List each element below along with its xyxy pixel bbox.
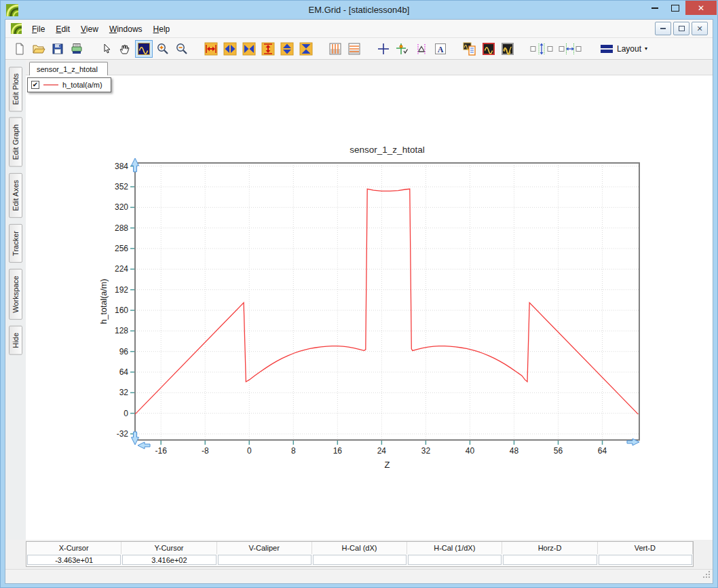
toolbar-text-label-button[interactable]: A — [432, 40, 449, 58]
tab-sensor-1-z-htotal[interactable]: sensor_1_z_htotal — [29, 62, 108, 76]
svg-text:64: 64 — [119, 367, 129, 377]
menu-item-windows[interactable]: Windows — [104, 22, 148, 37]
readout-header-row: X-CursorY-CursorV-CaliperH-Cal (dX)H-Cal… — [26, 542, 693, 554]
svg-text:64: 64 — [598, 446, 607, 456]
svg-text:40: 40 — [466, 446, 475, 456]
readout-value-2 — [218, 555, 311, 565]
toolbar-zoom-in-button[interactable] — [154, 40, 172, 58]
open-file-icon — [32, 42, 45, 56]
series-line-0 — [135, 189, 638, 414]
window-controls: ✕ — [645, 1, 717, 15]
toolbar-shrink-y-button[interactable] — [297, 40, 315, 58]
toolbar-stretch-x-button[interactable] — [221, 40, 239, 58]
chevron-down-icon: ▾ — [645, 45, 647, 52]
legend-box[interactable]: ✔ h_total(a/m) — [27, 77, 111, 92]
application-window: EM.Grid - [staticlesson4b] ✕ FileEditVie… — [0, 0, 718, 588]
print-icon — [70, 42, 83, 56]
svg-text:-16: -16 — [155, 446, 168, 456]
mdi-restore-icon — [679, 26, 685, 31]
toolbar-select-cursor-button[interactable] — [97, 40, 115, 58]
chart-title: sensor_1_z_htotal — [349, 145, 424, 155]
plot-border — [135, 163, 639, 440]
svg-text:384: 384 — [115, 162, 128, 171]
new-document-icon — [13, 42, 26, 56]
readout-value-row: -3.463e+013.416e+02 — [26, 554, 693, 566]
toolbar-plot-properties-button[interactable] — [461, 40, 478, 58]
toolbar-edit-multi-plot-button[interactable] — [499, 40, 516, 58]
sidebar-tab-workspace[interactable]: Workspace — [9, 269, 22, 320]
sidebar-tab-hide[interactable]: Hide — [9, 326, 22, 355]
fit-view-icon — [137, 42, 151, 56]
pan-hand-icon — [118, 42, 132, 56]
sidebar-tab-edit-axes[interactable]: Edit Axes — [9, 173, 22, 218]
toolbar-horizontal-grid-button[interactable] — [345, 40, 363, 58]
menu-item-view[interactable]: View — [75, 22, 104, 37]
toolbar-zoom-out-button[interactable] — [173, 40, 191, 58]
text-label-icon: A — [434, 42, 447, 56]
toolbar-expand-y-button[interactable] — [259, 40, 277, 58]
toolbar-open-file-button[interactable] — [30, 40, 48, 58]
legend-label: h_total(a/m) — [62, 81, 102, 89]
sidebar-tab-edit-graph[interactable]: Edit Graph — [9, 117, 22, 167]
toolbar-crosshair-cursor-button[interactable] — [375, 40, 392, 58]
toolbar-tracker-button[interactable] — [394, 40, 411, 58]
svg-text:A: A — [438, 44, 444, 54]
toolbar-horizontal-distance-button[interactable] — [556, 40, 584, 58]
close-button[interactable]: ✕ — [685, 1, 717, 15]
toolbar-shrink-x-button[interactable] — [240, 40, 258, 58]
sidebar-tab-edit-plots[interactable]: Edit Plots — [9, 67, 22, 111]
vertical-grid-icon — [328, 42, 342, 56]
titlebar[interactable]: EM.Grid - [staticlesson4b] ✕ — [1, 1, 717, 19]
zoom-out-icon — [175, 42, 189, 56]
expand-y-icon — [261, 42, 275, 56]
toolbar: ALayout▾ — [5, 38, 713, 60]
svg-text:16: 16 — [333, 446, 343, 456]
menu-item-file[interactable]: File — [26, 22, 50, 37]
stretch-x-icon — [223, 42, 237, 56]
toolbar-vertical-grid-button[interactable] — [326, 40, 344, 58]
plot-canvas[interactable]: ✔ h_total(a/m) -16-808162432404856643843… — [26, 75, 713, 540]
menu-item-help[interactable]: Help — [148, 22, 176, 37]
svg-text:320: 320 — [115, 202, 128, 212]
toolbar-save-file-button[interactable] — [49, 40, 67, 58]
readout-value-5 — [503, 555, 597, 565]
crosshair-cursor-icon — [377, 42, 390, 56]
content-area: sensor_1_z_htotal ✔ h_total(a/m) -16-808… — [26, 60, 713, 540]
tick-labels: -16-808162432404856643843523202882562241… — [115, 162, 607, 456]
save-file-icon — [51, 42, 64, 56]
chart[interactable]: -16-808162432404856643843523202882562241… — [96, 140, 659, 479]
resize-grip[interactable] — [703, 570, 711, 582]
axis-pan-arrows[interactable] — [132, 158, 640, 449]
select-cursor-icon — [99, 42, 113, 56]
readout-col-h-cal-1-dx-: H-Cal (1/dX) — [407, 542, 502, 554]
toolbar-layout-button[interactable]: Layout▾ — [595, 40, 652, 58]
menu-items: FileEditViewWindowsHelp — [26, 22, 175, 35]
toolbar-edit-plot-button[interactable] — [480, 40, 497, 58]
mdi-minimize-button[interactable] — [655, 22, 671, 35]
legend-checkbox[interactable]: ✔ — [31, 81, 39, 89]
sidebar-tab-tracker[interactable]: Tracker — [9, 224, 22, 263]
readout-col-v-caliper: V-Caliper — [217, 542, 312, 554]
svg-text:288: 288 — [115, 223, 128, 233]
toolbar-caliper-button[interactable] — [413, 40, 430, 58]
svg-text:-32: -32 — [117, 429, 129, 439]
svg-text:-8: -8 — [202, 446, 209, 456]
pan-up-arrow-icon — [132, 158, 139, 172]
mdi-restore-button[interactable] — [673, 22, 689, 35]
mdi-close-button[interactable]: ✕ — [692, 22, 708, 35]
minimize-button[interactable] — [645, 1, 665, 15]
legend-line-sample — [43, 84, 58, 86]
toolbar-vertical-distance-button[interactable] — [528, 40, 555, 58]
svg-text:96: 96 — [119, 347, 129, 356]
menu-item-edit[interactable]: Edit — [50, 22, 75, 37]
toolbar-new-document-button[interactable] — [11, 40, 29, 58]
svg-text:256: 256 — [115, 244, 128, 253]
toolbar-pan-hand-button[interactable] — [116, 40, 134, 58]
toolbar-print-button[interactable] — [68, 40, 86, 58]
svg-text:0: 0 — [124, 409, 128, 418]
toolbar-fit-view-button[interactable] — [135, 40, 153, 58]
toolbar-expand-x-button[interactable] — [202, 40, 220, 58]
toolbar-stretch-y-button[interactable] — [278, 40, 296, 58]
layout-icon — [600, 43, 613, 54]
maximize-button[interactable] — [665, 1, 685, 15]
